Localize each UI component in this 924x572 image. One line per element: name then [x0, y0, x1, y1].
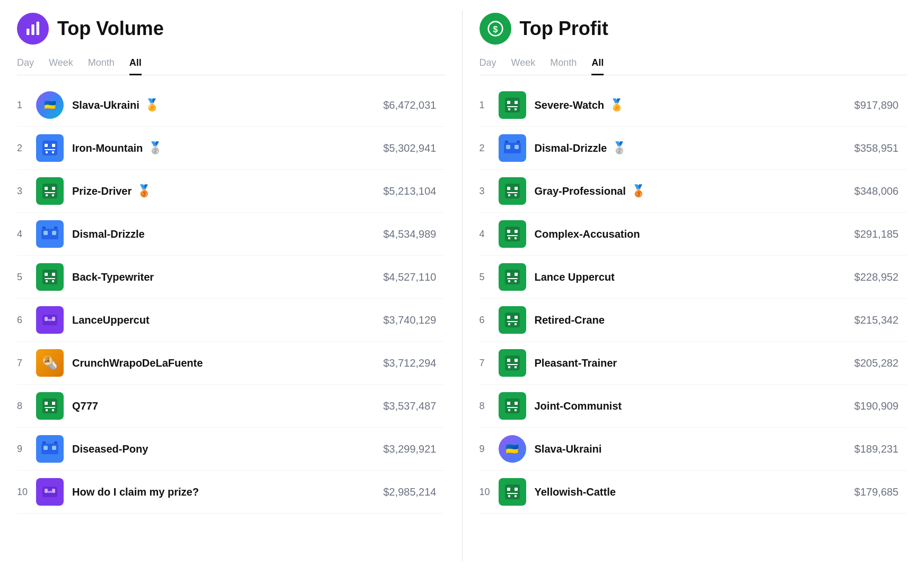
rank-5: 5: [480, 272, 499, 283]
svg-rect-6: [45, 149, 55, 150]
user-name: Retired-Crane: [535, 314, 855, 326]
avatar: [36, 177, 64, 205]
svg-rect-30: [42, 398, 57, 413]
svg-rect-24: [46, 280, 48, 282]
svg-rect-68: [508, 237, 510, 239]
volume-value: $6,472,031: [383, 99, 444, 111]
svg-rect-44: [48, 491, 52, 493]
rank-8: 8: [480, 401, 499, 412]
svg-rect-60: [515, 187, 518, 190]
rank-6: 6: [480, 315, 499, 326]
svg-rect-7: [46, 151, 48, 153]
volume-value: $3,740,129: [383, 314, 444, 326]
svg-rect-75: [515, 280, 517, 282]
svg-rect-89: [507, 402, 510, 405]
svg-rect-70: [505, 270, 520, 284]
user-name: How do I claim my prize?: [72, 486, 383, 498]
svg-rect-83: [507, 359, 510, 362]
svg-rect-25: [52, 280, 54, 282]
svg-rect-18: [42, 227, 46, 229]
volume-value: $5,213,104: [383, 185, 444, 197]
avatar: [36, 478, 64, 506]
user-name: CrunchWrapoDeLaFuente: [72, 357, 383, 369]
svg-rect-76: [505, 313, 520, 327]
avatar: [36, 134, 64, 162]
avatar: [499, 478, 526, 506]
svg-rect-58: [505, 184, 520, 198]
svg-rect-94: [505, 484, 520, 499]
svg-rect-52: [515, 108, 517, 110]
svg-rect-8: [52, 151, 54, 153]
user-name: Back-Typewriter: [72, 271, 383, 283]
profit-header: $ Top Profit: [480, 13, 908, 45]
user-name: Dismal-Drizzle 🥈: [535, 141, 855, 155]
svg-rect-67: [507, 235, 518, 236]
profit-panel: $ Top Profit Day Week Month All 1: [463, 0, 925, 572]
profit-tab-day[interactable]: Day: [480, 57, 496, 75]
profit-tab-all[interactable]: All: [591, 57, 604, 75]
svg-rect-0: [27, 29, 29, 35]
profit-value: $917,890: [855, 99, 907, 111]
table-row: 9 Diseased-Pony $3,299,921: [17, 428, 445, 471]
profit-value: $228,952: [855, 271, 907, 283]
svg-rect-59: [507, 187, 510, 190]
avatar: [499, 349, 526, 377]
profit-tab-month[interactable]: Month: [550, 57, 577, 75]
profit-value: $179,685: [855, 486, 907, 498]
svg-rect-5: [52, 144, 55, 147]
svg-rect-35: [52, 409, 54, 411]
svg-rect-40: [54, 441, 57, 444]
svg-rect-29: [48, 319, 52, 321]
rank-2: 2: [480, 143, 499, 154]
svg-rect-11: [52, 187, 55, 190]
user-name: Gray-Professional 🥉: [535, 184, 855, 198]
svg-rect-63: [515, 194, 517, 196]
svg-rect-82: [505, 356, 520, 370]
svg-rect-34: [46, 409, 48, 411]
volume-value: $5,302,941: [383, 142, 444, 154]
rank-3: 3: [480, 186, 499, 197]
avatar: [499, 134, 526, 162]
table-row: 6 LanceUppercut $3,740,129: [17, 299, 445, 342]
svg-rect-91: [507, 407, 518, 408]
volume-tab-month[interactable]: Month: [88, 57, 115, 75]
user-name: Q777: [72, 400, 383, 412]
svg-rect-90: [515, 402, 518, 405]
table-row: 10 How do I claim my prize? $2,985,214: [17, 471, 445, 514]
user-name: Complex-Accusation: [535, 228, 855, 240]
svg-rect-99: [515, 495, 517, 497]
table-row: 7 🌯 CrunchWrapoDeLaFuente $3,712,294: [17, 342, 445, 385]
svg-rect-38: [52, 446, 56, 450]
svg-rect-32: [52, 402, 55, 405]
profit-value: $189,231: [855, 443, 907, 455]
rank-5: 5: [17, 272, 36, 283]
volume-tab-day[interactable]: Day: [17, 57, 34, 75]
svg-rect-64: [505, 227, 520, 241]
svg-rect-57: [517, 141, 520, 143]
rank-1: 1: [480, 100, 499, 111]
volume-title: Top Volume: [57, 18, 164, 40]
table-row: 8 Q777 $3,537,487: [17, 385, 445, 428]
rank-8: 8: [17, 401, 36, 412]
profit-tab-week[interactable]: Week: [511, 57, 536, 75]
badge-gold: 🏅: [609, 98, 624, 112]
svg-rect-39: [42, 441, 46, 444]
table-row: 3 Prize-Driver 🥉 $5,213,104: [17, 170, 445, 213]
svg-rect-71: [507, 273, 510, 276]
badge-gold: 🏅: [145, 98, 159, 112]
volume-value: $4,527,110: [383, 271, 444, 283]
volume-tab-all[interactable]: All: [129, 57, 142, 75]
volume-tab-week[interactable]: Week: [49, 57, 73, 75]
svg-rect-13: [46, 194, 48, 196]
svg-rect-97: [507, 493, 518, 494]
svg-rect-33: [45, 407, 55, 408]
table-row: 2 Dismal-Drizzle 🥈 $358,951: [480, 127, 908, 170]
svg-rect-92: [508, 409, 510, 411]
svg-rect-73: [507, 278, 518, 279]
table-row: 8 Joint-Communist $190,909: [480, 385, 908, 428]
volume-value: $3,712,294: [383, 357, 444, 369]
rank-9: 9: [480, 444, 499, 455]
table-row: 5 Back-Typewriter $4,527,110: [17, 256, 445, 299]
avatar: [499, 177, 526, 205]
table-row: 7 Pleasant-Trainer $205,282: [480, 342, 908, 385]
